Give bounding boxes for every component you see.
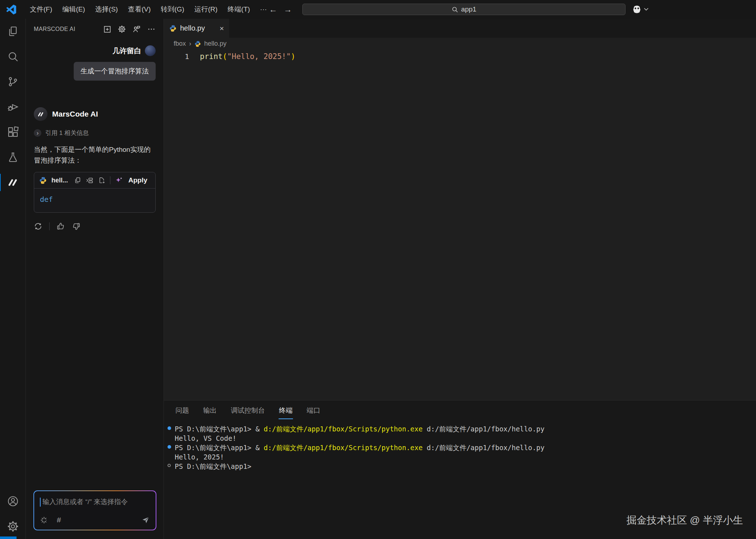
commands-spark-icon[interactable] <box>40 516 48 524</box>
assistant-name: MarsCode AI <box>52 110 98 118</box>
panel-tab-output[interactable]: 输出 <box>203 402 217 419</box>
panel-tab-problems[interactable]: 问题 <box>175 402 189 419</box>
history-nav: ← → <box>269 0 292 19</box>
more-actions-icon[interactable] <box>147 25 156 33</box>
chat-input-border: 输入消息或者 “/” 来选择指令 # <box>33 490 156 530</box>
command-center-search[interactable]: app1 <box>302 4 626 15</box>
menu-edit[interactable]: 编辑(E) <box>57 0 90 19</box>
bottom-panel: 问题 输出 调试控制台 终端 端口 PS D:\前端文件\app1> & d:/… <box>164 400 756 539</box>
apply-button[interactable]: Apply <box>128 176 147 184</box>
activity-bar <box>0 19 26 539</box>
reference-label: 引用 1 相关信息 <box>45 129 89 137</box>
new-chat-icon[interactable] <box>103 25 111 33</box>
code-card-code: def <box>40 195 53 204</box>
activitybar-marscode-ai[interactable] <box>0 170 26 195</box>
run-debug-icon <box>7 101 19 113</box>
terminal-output-line: Hello, 2025! <box>167 452 756 462</box>
menu-bar: 文件(F) 编辑(E) 选择(S) 查看(V) 转到(G) 运行(R) 终端(T… <box>25 0 272 19</box>
title-bar: 文件(F) 编辑(E) 选择(S) 查看(V) 转到(G) 运行(R) 终端(T… <box>0 0 756 19</box>
vscode-window: 文件(F) 编辑(E) 选择(S) 查看(V) 转到(G) 运行(R) 终端(T… <box>0 0 756 539</box>
activitybar-extensions[interactable] <box>0 119 26 145</box>
activitybar-source-control[interactable] <box>0 69 26 94</box>
regenerate-icon[interactable] <box>34 222 42 231</box>
workbench: MARSCODE AI <box>0 19 756 539</box>
divider <box>110 176 110 184</box>
line-number: 1 <box>164 52 189 61</box>
activitybar-run-debug[interactable] <box>0 94 26 119</box>
new-file-icon[interactable] <box>98 177 105 184</box>
editor-group: hello.py × fbox › hello.py 1 print("Hell… <box>164 19 756 539</box>
tab-hello-py[interactable]: hello.py × <box>164 19 230 38</box>
panel-tab-debug-console[interactable]: 调试控制台 <box>230 402 265 419</box>
gear-icon <box>7 520 19 533</box>
sidebar-title: MARSCODE AI <box>34 26 75 32</box>
sidebar-actions <box>103 25 156 33</box>
sidebar-header: MARSCODE AI <box>26 19 164 40</box>
breadcrumb-folder[interactable]: fbox <box>174 40 186 47</box>
send-icon[interactable] <box>141 516 150 524</box>
gear-icon[interactable] <box>118 25 126 33</box>
code-text: print("Hello, 2025!") <box>200 52 295 61</box>
reference-row[interactable]: › 引用 1 相关信息 <box>34 129 156 137</box>
editor-content[interactable]: 1 print("Hello, 2025!") <box>164 50 756 400</box>
command-pending-dot-icon <box>168 464 171 467</box>
assistant-message-text: 当然，下面是一个简单的Python实现的冒泡排序算法： <box>34 144 156 166</box>
activitybar-testing[interactable] <box>0 145 26 170</box>
activitybar-account[interactable] <box>0 489 26 514</box>
menu-go[interactable]: 转到(G) <box>156 0 189 19</box>
marscode-avatar <box>34 107 47 121</box>
assistant-header: MarsCode AI <box>34 107 156 121</box>
forward-arrow-icon[interactable]: → <box>284 5 292 14</box>
chat-input[interactable]: 输入消息或者 “/” 来选择指令 # <box>34 491 156 530</box>
divider <box>49 222 50 230</box>
terminal-command-line: PS D:\前端文件\app1> & d:/前端文件/app1/fbox/Scr… <box>167 424 756 434</box>
close-icon[interactable]: × <box>220 24 224 32</box>
chevron-down-icon <box>644 8 649 11</box>
search-icon <box>452 6 458 13</box>
response-feedback-row <box>34 222 156 231</box>
activitybar-search[interactable] <box>0 44 26 69</box>
menu-selection[interactable]: 选择(S) <box>90 0 123 19</box>
code-card-body: def <box>34 189 155 212</box>
feedback-icon[interactable] <box>132 25 141 33</box>
back-arrow-icon[interactable]: ← <box>269 5 277 14</box>
insert-code-icon[interactable] <box>86 177 93 184</box>
terminal-output[interactable]: PS D:\前端文件\app1> & d:/前端文件/app1/fbox/Scr… <box>167 424 756 471</box>
marscode-ai-panel: MARSCODE AI <box>26 19 164 539</box>
thumbs-down-icon[interactable] <box>72 222 81 231</box>
user-avatar[interactable] <box>145 45 156 56</box>
tab-label: hello.py <box>180 24 205 32</box>
panel-tab-ports[interactable]: 端口 <box>306 402 321 419</box>
context-hash-icon[interactable]: # <box>57 516 61 524</box>
copy-icon[interactable] <box>74 177 81 184</box>
breadcrumb: fbox › hello.py <box>164 38 756 50</box>
activitybar-explorer[interactable] <box>0 19 26 44</box>
code-snippet-card: hell... <box>34 172 156 213</box>
menu-view[interactable]: 查看(V) <box>123 0 156 19</box>
search-value: app1 <box>461 5 476 13</box>
breadcrumb-file[interactable]: hello.py <box>204 40 226 47</box>
chat-input-placeholder-row: 输入消息或者 “/” 来选择指令 <box>40 497 150 507</box>
panel-tab-bar: 问题 输出 调试控制台 终端 端口 <box>175 402 756 419</box>
thumbs-up-icon[interactable] <box>56 222 65 231</box>
search-icon <box>7 50 19 63</box>
terminal-command-line: PS D:\前端文件\app1> & d:/前端文件/app1/fbox/Scr… <box>167 443 756 452</box>
testing-flask-icon <box>7 151 19 163</box>
panel-tab-terminal[interactable]: 终端 <box>279 402 293 419</box>
watermark-text: 掘金技术社区 @ 半浮小生 <box>627 513 743 527</box>
code-line-1: 1 print("Hello, 2025!") <box>164 50 756 63</box>
python-file-icon <box>39 177 47 184</box>
menu-run[interactable]: 运行(R) <box>189 0 223 19</box>
python-file-icon <box>194 41 201 47</box>
chevron-right-icon: › <box>34 129 41 137</box>
copilot-menu[interactable] <box>632 4 649 14</box>
status-bar-remote-stub <box>0 536 17 539</box>
user-message-header: 几许留白 <box>34 45 156 56</box>
menu-file[interactable]: 文件(F) <box>25 0 57 19</box>
chat-history: 几许留白 生成一个冒泡排序算法 MarsCode AI › 引用 1 相关信息 <box>26 40 164 490</box>
activitybar-settings[interactable] <box>0 514 26 539</box>
explorer-icon <box>7 25 19 37</box>
menu-terminal[interactable]: 终端(T) <box>223 0 255 19</box>
marscode-icon <box>37 110 45 118</box>
tab-bar: hello.py × <box>164 19 756 38</box>
